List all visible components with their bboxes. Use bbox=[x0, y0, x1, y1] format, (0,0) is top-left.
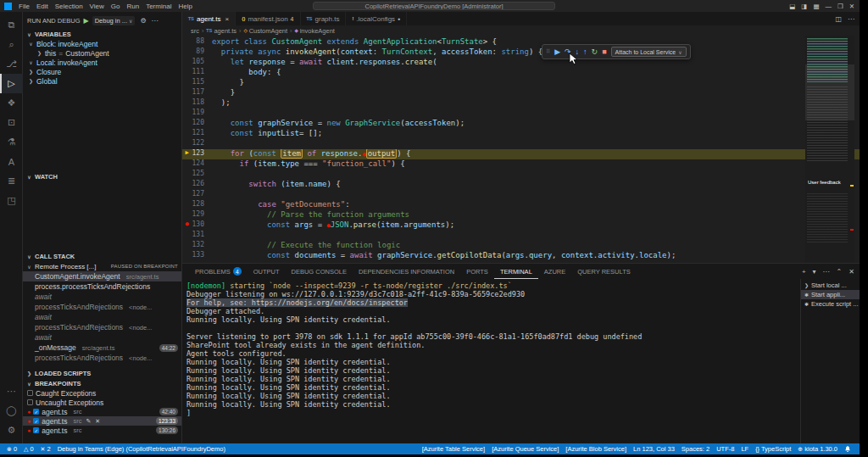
azurite-table-service[interactable]: [Azurite Table Service] bbox=[419, 443, 488, 454]
gutter-margin[interactable]: · bbox=[182, 159, 192, 170]
activity-explorer-icon[interactable]: ⧉ bbox=[0, 15, 23, 35]
code-line-111[interactable]: ·111 body: { bbox=[182, 68, 868, 78]
code-line-129[interactable]: ·129 // Parse the function arguments bbox=[182, 210, 868, 220]
code-line-121[interactable]: ·121 const inputList= []; bbox=[182, 129, 868, 139]
code-line-120[interactable]: ·120 const graphService = new GraphServi… bbox=[182, 119, 868, 129]
toggle-panel-icon[interactable]: ⬓ bbox=[789, 3, 795, 10]
gutter-margin[interactable]: · bbox=[182, 98, 192, 109]
activity-search-icon[interactable]: ⌕ bbox=[0, 35, 23, 54]
gutter-margin[interactable]: · bbox=[182, 200, 192, 210]
gutter-margin[interactable]: · bbox=[182, 37, 192, 47]
gutter-margin[interactable]: · bbox=[182, 170, 192, 180]
variable-row[interactable]: ❯Global bbox=[23, 76, 181, 86]
menu-selection[interactable]: Selection bbox=[52, 3, 86, 10]
activity-azure-icon[interactable]: A bbox=[0, 152, 23, 171]
stack-frame[interactable]: processTicksAndRejections<node... bbox=[23, 302, 181, 312]
stack-frame[interactable]: await bbox=[23, 312, 181, 322]
breakpoint-row[interactable]: ●✓agent.tssrc✎✕123:33 bbox=[23, 416, 181, 426]
variable-row[interactable]: ∨Block: invokeAgent bbox=[23, 39, 181, 48]
code-line-126[interactable]: ·126 switch (item.name) { bbox=[182, 180, 868, 190]
gutter-margin[interactable]: · bbox=[182, 88, 192, 98]
terminal-instance-item[interactable]: ❯Start local ... bbox=[801, 281, 868, 290]
debug-target[interactable]: Debug in Teams (Edge) (CopilotRetrievalA… bbox=[54, 443, 229, 454]
terminal-instance-item[interactable]: ✱Execute script ... bbox=[801, 299, 868, 309]
variables-section-header[interactable]: ∨ VARIABLES bbox=[23, 29, 181, 39]
editor-more-actions-icon[interactable]: ⋯ bbox=[848, 15, 854, 23]
gutter-margin[interactable]: · bbox=[182, 119, 192, 129]
maximize-panel-icon[interactable]: ⌃ bbox=[837, 268, 843, 276]
activity-account-icon[interactable]: ◯ bbox=[0, 401, 23, 421]
watch-section-header[interactable]: ∨ WATCH bbox=[23, 171, 181, 181]
restart-button[interactable]: ↻ bbox=[592, 48, 598, 56]
toggle-secondary-sidebar-icon[interactable]: ◨ bbox=[801, 3, 807, 10]
code-line-128[interactable]: ·128 case "getDocuments": bbox=[182, 200, 868, 210]
notifications-bell[interactable] bbox=[841, 443, 854, 454]
variable-row[interactable]: ❯Closure bbox=[23, 67, 181, 76]
code-line-123[interactable]: ▶123 for (const item of response.●output… bbox=[182, 149, 868, 159]
panel-tab-debug-console[interactable]: DEBUG CONSOLE bbox=[286, 264, 353, 279]
stack-frame[interactable]: processTicksAndRejections<node... bbox=[23, 353, 181, 363]
gutter-margin[interactable]: · bbox=[182, 109, 192, 119]
panel-tab-dependencies-information[interactable]: DEPENDENCIES INFORMATION bbox=[353, 264, 460, 279]
activity-remote-explorer-icon[interactable]: ⊡ bbox=[0, 113, 23, 132]
stack-frame[interactable]: CustomAgent.invokeAgentsrc/agent.ts bbox=[23, 271, 181, 281]
gutter-margin[interactable]: · bbox=[182, 241, 192, 251]
menu-edit[interactable]: Edit bbox=[33, 3, 52, 10]
gutter-margin[interactable]: · bbox=[182, 251, 192, 261]
variable-row[interactable]: ∨Local: invokeAgent bbox=[23, 58, 181, 67]
activity-testing-icon[interactable]: ⚗ bbox=[0, 132, 23, 152]
tab-manifest-json[interactable]: {}manifest.json4 bbox=[236, 12, 300, 25]
launch-config-dropdown[interactable]: Debug in ... ∨ bbox=[92, 16, 136, 25]
code-line-118[interactable]: ·118 ); bbox=[182, 98, 868, 109]
breadcrumb-item[interactable]: ◆invokeAgent bbox=[294, 27, 335, 35]
breakpoint-checkbox[interactable]: ✓ bbox=[33, 427, 39, 433]
stack-frame[interactable]: await bbox=[23, 292, 181, 302]
breadcrumb-item[interactable]: ◇CustomAgent bbox=[243, 27, 287, 35]
breakpoint-row[interactable]: Caught Exceptions bbox=[23, 388, 181, 398]
split-editor-icon[interactable]: ◫ bbox=[835, 15, 842, 23]
panel-tab-output[interactable]: OUTPUT bbox=[248, 264, 286, 279]
gutter-margin[interactable]: · bbox=[182, 231, 192, 241]
menu-terminal[interactable]: Terminal bbox=[142, 3, 175, 10]
activity-database-icon[interactable]: ≣ bbox=[0, 171, 23, 191]
minimap[interactable]: User feedback bbox=[805, 36, 854, 263]
activity-run-and-debug-icon[interactable]: ▷ bbox=[0, 74, 23, 93]
panel-more-actions-icon[interactable]: ⋯ bbox=[823, 268, 830, 276]
loaded-scripts-section-header[interactable]: ❯ LOADED SCRIPTS bbox=[23, 368, 181, 378]
gutter-margin[interactable]: · bbox=[182, 129, 192, 139]
breakpoint-checkbox[interactable] bbox=[27, 399, 33, 405]
continue-button[interactable]: ▶ bbox=[554, 48, 560, 56]
gutter-margin[interactable]: · bbox=[182, 58, 192, 68]
tab--localconfigs[interactable]: !.localConfigs● bbox=[346, 12, 407, 25]
breadcrumb[interactable]: src›TSagent.ts›◇CustomAgent›◆invokeAgent bbox=[182, 25, 868, 36]
edit-breakpoint-icon[interactable]: ✎ bbox=[86, 418, 91, 425]
kiota-version[interactable]: ⊕kiota 1.30.0 bbox=[794, 443, 841, 454]
activity-settings-gear-icon[interactable]: ⚙ bbox=[0, 421, 23, 440]
activity-source-control-icon[interactable]: ⎇ bbox=[0, 54, 23, 74]
menu-run[interactable]: Run bbox=[123, 3, 142, 10]
code-line-133[interactable]: ·133 const documents = await graphServic… bbox=[182, 251, 868, 261]
error-indicator[interactable]: ⊗0 bbox=[3, 443, 20, 454]
callstack-thread[interactable]: ∨Remote Process [...]PAUSED ON BREAKPOIN… bbox=[23, 261, 181, 271]
panel-tab-problems[interactable]: PROBLEMS4 bbox=[189, 264, 248, 279]
breakpoints-section-header[interactable]: ∨ BREAKPOINTS bbox=[23, 378, 181, 388]
code-editor[interactable]: ·88export class CustomAgent extends Agen… bbox=[182, 36, 868, 263]
step-out-button[interactable]: ↑ bbox=[583, 48, 587, 56]
activity-more-views-icon[interactable]: ⋯ bbox=[0, 382, 23, 401]
code-line-115[interactable]: ·115 } bbox=[182, 78, 868, 88]
gutter-margin[interactable]: · bbox=[182, 180, 192, 190]
code-line-89[interactable]: ·89 private async invokeAgent(context: T… bbox=[182, 47, 868, 58]
attach-service-dropdown[interactable]: Attach to Local Service ∨ bbox=[611, 47, 687, 57]
panel-tab-terminal[interactable]: TERMINAL bbox=[494, 264, 538, 279]
close-panel-icon[interactable]: ✕ bbox=[849, 268, 854, 276]
tab-agent-ts[interactable]: TSagent.ts× bbox=[182, 12, 236, 25]
restore-icon[interactable]: ❐ bbox=[837, 3, 843, 10]
azurite-queue-service[interactable]: [Azurite Queue Service] bbox=[488, 443, 562, 454]
minimize-icon[interactable]: — bbox=[825, 3, 832, 10]
breakpoint-checkbox[interactable]: ✓ bbox=[33, 409, 39, 415]
call-stack-section-header[interactable]: ∨ CALL STACK bbox=[23, 251, 181, 261]
code-line-132[interactable]: ·132 // Execute the function logic bbox=[182, 241, 868, 251]
breakpoint-checkbox[interactable]: ✓ bbox=[33, 418, 39, 424]
eol-selector[interactable]: LF bbox=[737, 443, 752, 454]
toolbar-grabber-icon[interactable]: ⠿ bbox=[546, 48, 550, 55]
